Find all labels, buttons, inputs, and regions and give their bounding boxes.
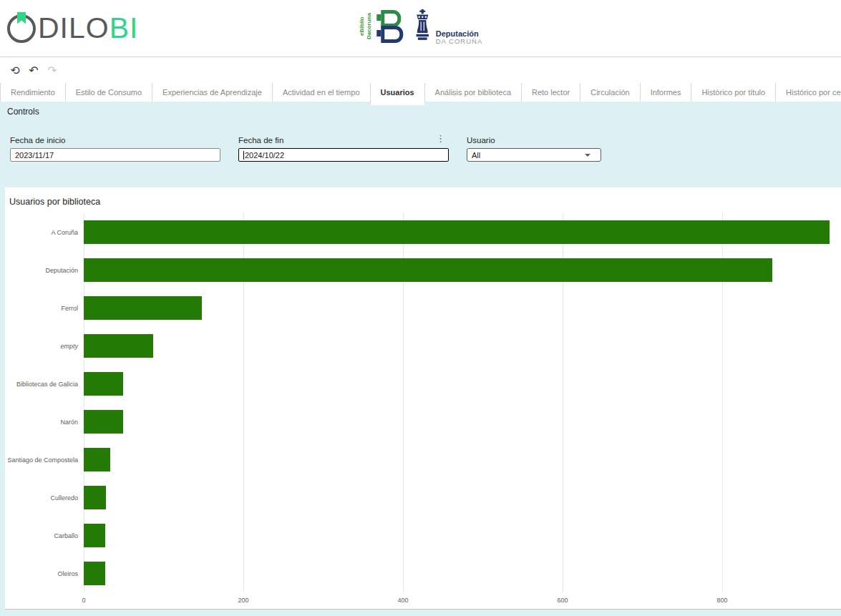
x-tick-label-0: 0: [82, 597, 85, 604]
bar-santiago-de-compostela[interactable]: [84, 448, 110, 471]
x-tick-label-400: 400: [398, 597, 409, 604]
tab-actividad-en-el-tiempo[interactable]: Actividad en el tiempo: [272, 83, 370, 102]
usuario-dropdown[interactable]: All: [467, 148, 601, 162]
logo-text-bi: BI: [110, 14, 139, 43]
tab-historico-por-titulo[interactable]: Histórico por título: [691, 83, 775, 102]
ebiblio-dacoruna-label: eBiblio Dacoruna: [359, 6, 373, 47]
bar-row-deputacion: Deputación: [84, 251, 832, 289]
category-label-deputacion: Deputación: [5, 266, 78, 274]
filter-fecha-fin: Fecha de fin⋮2024/10/22: [238, 136, 449, 162]
bar-oleiros[interactable]: [84, 562, 105, 585]
category-label-carballo: Carballo: [5, 532, 78, 539]
category-label-empty: empty: [5, 342, 78, 350]
chevron-down-icon: [585, 154, 590, 157]
bar-row-carballo: Carballo: [84, 517, 832, 554]
app-header: DILO BI eBiblio Dacoruna: [0, 0, 841, 57]
chart-title: Usuarios por biblioteca: [5, 187, 841, 207]
usuario-value: All: [472, 151, 480, 160]
action-toolbar: ⟲ ↶ ↷: [0, 57, 841, 83]
logo-text-odilo: DILO: [38, 14, 110, 43]
x-tick-label-600: 600: [558, 597, 568, 604]
x-axis: 0200400600800: [84, 592, 832, 608]
deputacion-crest-icon: [412, 9, 432, 44]
bar-row-santiago-de-compostela: Santiago de Compostela: [84, 441, 832, 479]
category-label-santiago-de-compostela: Santiago de Compostela: [5, 456, 78, 464]
tab-usuarios[interactable]: Usuarios: [370, 83, 424, 105]
x-tick-label-200: 200: [238, 597, 249, 604]
report-tabbar: RendimientoEstilo de ConsumoExperiencias…: [0, 83, 841, 102]
bar-row-empty: empty: [84, 327, 832, 365]
category-label-oleiros: Oleiros: [5, 569, 78, 577]
controls-panel: Controls Fecha de inicio2023/11/17Fecha …: [0, 102, 841, 183]
reset-filters-icon[interactable]: ⟲: [6, 64, 24, 77]
bar-row-bibliotecas-de-galicia: Bibliotecas de Galicia: [84, 365, 832, 403]
bar-row-naron: Narón: [84, 403, 832, 441]
bar-culleredo[interactable]: [84, 486, 106, 509]
tab-reto-lector[interactable]: Reto lector: [521, 83, 580, 102]
odilo-bi-logo: DILO BI: [7, 14, 138, 43]
tab-analisis-por-biblioteca[interactable]: Análisis por biblioteca: [424, 83, 521, 102]
bar-row-culleredo: Culleredo: [84, 479, 832, 517]
fecha-fin-label: Fecha de fin: [238, 136, 449, 145]
bar-empty[interactable]: [84, 334, 153, 358]
text-caret: [243, 151, 244, 160]
fecha-inicio-input[interactable]: 2023/11/17: [10, 148, 220, 162]
tab-circulacion[interactable]: Circulación: [580, 83, 639, 102]
controls-title: Controls: [7, 107, 841, 117]
undo-icon[interactable]: ↶: [24, 64, 43, 77]
odilo-logo-o-bookmark-icon: [7, 14, 36, 43]
filter-usuario: UsuarioAll: [467, 136, 601, 162]
ebiblio-books-logo-icon: [375, 6, 407, 47]
category-label-culleredo: Culleredo: [5, 494, 78, 502]
bar-row-a-coruna: A Coruña: [84, 213, 832, 251]
bar-a-coruna[interactable]: [84, 220, 830, 244]
bar-row-oleiros: Oleiros: [84, 554, 832, 592]
tab-experiencias-de-aprendizaje[interactable]: Experiencias de Aprendizaje: [152, 83, 272, 102]
tab-rendimiento[interactable]: Rendimiento: [0, 83, 65, 102]
bar-naron[interactable]: [84, 410, 123, 434]
deputacion-label: Deputación DA CORUÑA: [436, 8, 482, 46]
redo-icon[interactable]: ↷: [43, 64, 62, 77]
bar-chart-plot: A CoruñaDeputaciónFerrolemptyBibliotecas…: [5, 213, 841, 608]
category-label-bibliotecas-de-galicia: Bibliotecas de Galicia: [5, 380, 78, 388]
bar-carballo[interactable]: [84, 524, 105, 547]
category-label-a-coruna: A Coruña: [5, 228, 78, 236]
bar-ferrol[interactable]: [84, 296, 202, 320]
users-by-library-chart-card: Usuarios por biblioteca A CoruñaDeputaci…: [5, 187, 841, 610]
bar-bibliotecas-de-galicia[interactable]: [84, 372, 123, 396]
fecha-fin-input[interactable]: 2024/10/22: [238, 148, 449, 162]
fecha-inicio-label: Fecha de inicio: [10, 136, 220, 145]
x-tick-label-800: 800: [717, 597, 728, 604]
more-options-icon[interactable]: ⋮: [436, 134, 445, 143]
usuario-label: Usuario: [467, 136, 601, 145]
category-label-ferrol: Ferrol: [5, 304, 78, 312]
partner-logos: eBiblio Dacoruna: [359, 6, 482, 47]
tab-informes[interactable]: Informes: [640, 83, 691, 102]
category-label-naron: Narón: [5, 418, 78, 426]
tab-estilo-de-consumo[interactable]: Estilo de Consumo: [65, 83, 152, 102]
filter-fecha-inicio: Fecha de inicio2023/11/17: [10, 136, 220, 162]
bar-row-ferrol: Ferrol: [84, 289, 832, 327]
tab-historico-por-centro[interactable]: Histórico por centro: [775, 83, 841, 102]
bar-deputacion[interactable]: [84, 258, 772, 282]
